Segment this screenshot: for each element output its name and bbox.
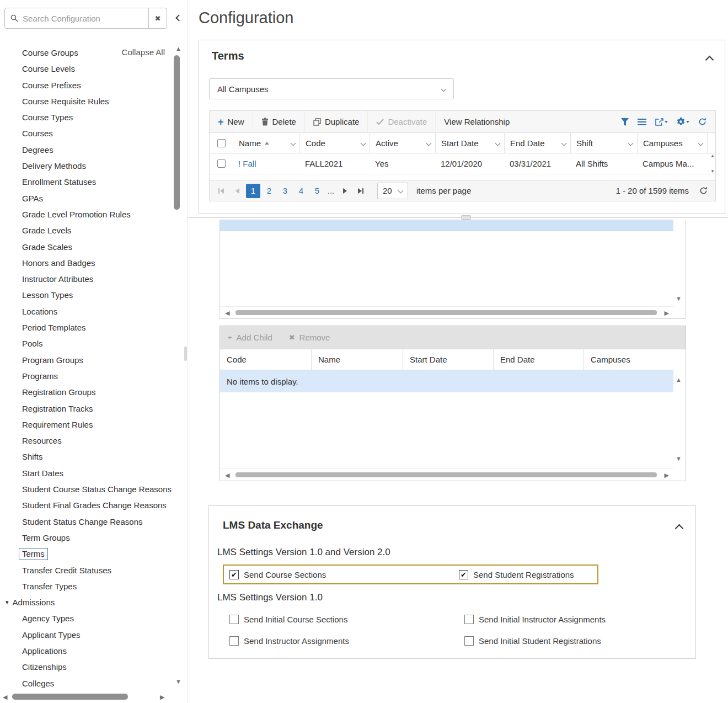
scroll-right-icon[interactable]: ▶ — [665, 472, 669, 479]
page-number-5[interactable]: 5 — [310, 184, 324, 198]
scroll-left-icon[interactable]: ◀ — [225, 472, 229, 479]
column-header-start-date[interactable]: Start Date — [403, 349, 493, 370]
sidebar-item-instructor-attributes[interactable]: Instructor Attributes — [0, 271, 174, 287]
sidebar-item-course-requisite-rules[interactable]: Course Requisite Rules — [0, 93, 174, 109]
scroll-right-icon[interactable]: ▶ — [160, 694, 164, 700]
clear-search-button[interactable]: ✖ — [148, 8, 167, 29]
sidebar-item-student-status-change-reasons[interactable]: Student Status Change Reasons — [0, 514, 174, 530]
new-button[interactable]: + New — [210, 111, 253, 132]
sidebar-item-applications[interactable]: Applications — [0, 643, 174, 659]
send-initial-course-sections-checkbox[interactable] — [229, 615, 239, 624]
scroll-down-icon[interactable]: ▼ — [175, 679, 181, 685]
collapse-lms-panel-button[interactable] — [676, 524, 682, 533]
grid-settings-button[interactable] — [677, 118, 689, 126]
column-header-campuses[interactable]: Campuses — [637, 133, 707, 153]
previous-page-button[interactable] — [230, 184, 244, 198]
scroll-down-icon[interactable]: ▼ — [676, 456, 682, 462]
send-course-sections-checkbox[interactable]: ✔ — [229, 570, 239, 579]
table-row[interactable]: ! Fall FALL2021 Yes 12/01/2020 03/31/202… — [210, 153, 715, 174]
sidebar-item-start-dates[interactable]: Start Dates — [0, 465, 174, 481]
column-header-shift[interactable]: Shift — [570, 133, 637, 153]
sidebar-item-student-course-status-change-reasons[interactable]: Student Course Status Change Reasons — [0, 481, 174, 497]
first-page-button[interactable] — [214, 184, 228, 198]
horizontal-scroll-thumb[interactable] — [235, 310, 657, 315]
sidebar-item-term-groups[interactable]: Term Groups — [0, 530, 174, 546]
page-number-3[interactable]: 3 — [278, 184, 292, 198]
column-menu-caret-icon[interactable] — [628, 140, 634, 146]
sidebar-item-grade-levels[interactable]: Grade Levels — [0, 222, 174, 238]
sidebar-item-student-final-grades-change-reasons[interactable]: Student Final Grades Change Reasons — [0, 497, 174, 513]
sidebar-item-applicant-types[interactable]: Applicant Types — [0, 627, 174, 643]
sidebar-resize-handle[interactable] — [184, 347, 187, 361]
column-header-campuses[interactable]: Campuses — [584, 349, 673, 370]
deactivate-button[interactable]: Deactivate — [367, 111, 435, 132]
sidebar-item-programs[interactable]: Programs — [0, 368, 174, 384]
sidebar-item-resources[interactable]: Resources — [0, 433, 174, 449]
page-number-2[interactable]: 2 — [262, 184, 276, 198]
splitter-grip[interactable] — [461, 215, 471, 220]
sidebar-item-agency-types[interactable]: Agency Types — [0, 610, 174, 626]
scroll-down-icon[interactable]: ▼ — [676, 296, 682, 302]
sidebar-item-colleges[interactable]: Colleges — [0, 675, 174, 691]
sidebar-item-pools[interactable]: Pools — [0, 335, 174, 352]
collapse-all-link[interactable]: Collapse All — [122, 47, 165, 57]
sidebar-item-lesson-types[interactable]: Lesson Types — [0, 287, 174, 303]
collapse-terms-panel-button[interactable] — [706, 55, 713, 65]
sidebar-item-course-types[interactable]: Course Types — [0, 109, 174, 125]
sidebar-item-requirement-rules[interactable]: Requirement Rules — [0, 417, 174, 433]
sidebar-item-program-groups[interactable]: Program Groups — [0, 352, 174, 368]
column-menu-caret-icon[interactable] — [495, 140, 501, 146]
column-header-end-date[interactable]: End Date — [504, 133, 570, 153]
last-page-button[interactable] — [354, 184, 368, 198]
sidebar-item-registration-groups[interactable]: Registration Groups — [0, 384, 174, 400]
send-instructor-assignments-checkbox[interactable] — [229, 636, 239, 646]
sidebar-item-delivery-methods[interactable]: Delivery Methods — [0, 158, 174, 174]
sidebar-item-courses[interactable]: Courses — [0, 125, 174, 141]
search-input[interactable] — [23, 14, 133, 23]
scroll-down-icon[interactable]: ▼ — [710, 169, 715, 174]
sidebar-item-course-levels[interactable]: Course Levels — [0, 61, 174, 77]
refresh-icon[interactable] — [699, 187, 708, 195]
scroll-up-icon[interactable]: ▲ — [175, 46, 181, 52]
sidebar-item-grade-scales[interactable]: Grade Scales — [0, 239, 174, 255]
duplicate-button[interactable]: Duplicate — [304, 111, 368, 132]
sidebar-item-transfer-types[interactable]: Transfer Types — [0, 578, 174, 594]
sidebar-group-admissions[interactable]: ▾ Admissions — [0, 594, 174, 610]
sidebar-vertical-scrollbar[interactable] — [174, 55, 180, 210]
column-header-end-date[interactable]: End Date — [493, 349, 584, 370]
send-student-registrations-checkbox[interactable]: ✔ — [459, 570, 468, 579]
sidebar-item-citizenships[interactable]: Citizenships — [0, 659, 174, 675]
scroll-left-icon[interactable]: ◀ — [225, 310, 229, 317]
scroll-up-icon[interactable]: ▲ — [676, 377, 682, 383]
row-checkbox[interactable] — [217, 159, 226, 168]
campus-filter-select[interactable]: All Campuses — [209, 78, 454, 99]
send-initial-instructor-assignments-checkbox[interactable] — [464, 615, 474, 624]
filter-icon[interactable] — [621, 118, 629, 126]
horizontal-scroll-thumb[interactable] — [235, 472, 657, 477]
select-all-checkbox[interactable] — [217, 139, 226, 147]
page-number-1[interactable]: 1 — [246, 184, 260, 198]
sidebar-item-enrollment-statuses[interactable]: Enrollment Statuses — [0, 174, 174, 190]
sidebar-item-transfer-credit-statuses[interactable]: Transfer Credit Statuses — [0, 562, 174, 578]
term-name-link[interactable]: ! Fall — [238, 159, 256, 168]
column-menu-caret-icon[interactable] — [698, 140, 704, 146]
sidebar-item-grade-level-promotion-rules[interactable]: Grade Level Promotion Rules — [0, 206, 174, 222]
column-menu-caret-icon[interactable] — [561, 140, 567, 146]
next-page-button[interactable] — [338, 184, 352, 198]
column-header-name[interactable]: Name — [311, 349, 403, 370]
sidebar-item-honors-and-badges[interactable]: Honors and Badges — [0, 255, 174, 271]
column-header-name[interactable]: Name — [233, 133, 299, 153]
add-child-button[interactable]: + Add Child — [228, 333, 272, 342]
grid-vertical-scrollbar[interactable]: ▲ ▼ — [707, 153, 718, 174]
sidebar-item-degrees[interactable]: Degrees — [0, 142, 174, 158]
collapse-sidebar-button[interactable] — [174, 13, 183, 22]
sidebar-item-course-prefixes[interactable]: Course Prefixes — [0, 77, 174, 93]
selected-detail-row[interactable] — [220, 220, 673, 231]
scroll-left-icon[interactable]: ◀ — [3, 694, 7, 700]
column-menu-caret-icon[interactable] — [291, 140, 296, 146]
send-initial-student-registrations-checkbox[interactable] — [464, 636, 474, 646]
more-pages-button[interactable]: ... — [326, 186, 336, 195]
sidebar-item-terms[interactable]: Terms — [0, 546, 174, 562]
export-button[interactable] — [655, 118, 668, 126]
column-header-start-date[interactable]: Start Date — [435, 133, 504, 153]
